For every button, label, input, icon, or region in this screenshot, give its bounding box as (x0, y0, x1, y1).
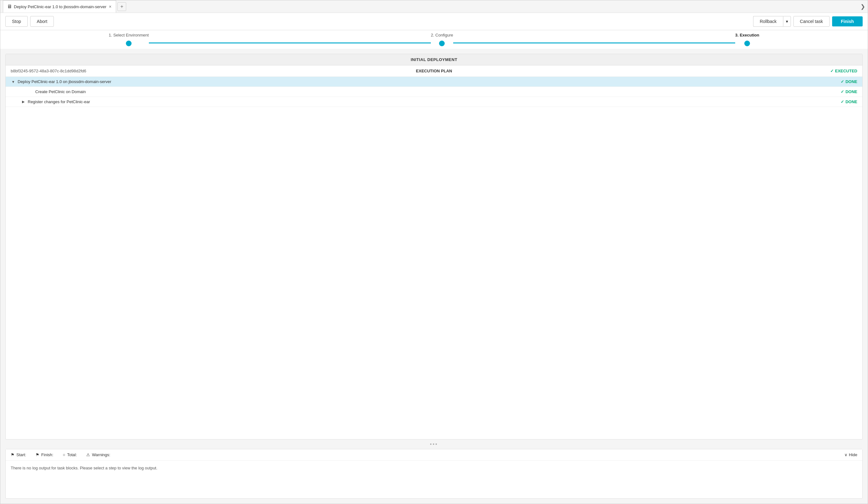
log-content: There is no log output for task blocks. … (6, 461, 862, 498)
log-section: ⚑ Start: ⚑ Finish: ○ Total: ⚠ Warnings: (6, 449, 862, 498)
main-content: INITIAL DEPLOYMENT b8bf3245-9572-48a3-80… (0, 49, 868, 504)
abort-button[interactable]: Abort (30, 16, 54, 27)
execution-plan-status: ✓ EXECUTED (575, 69, 857, 73)
row-3-status: ✓ DONE (841, 99, 857, 104)
warnings-label: Warnings: (92, 452, 110, 457)
close-tab-button[interactable]: × (108, 4, 112, 9)
finish-icon: ⚑ (35, 452, 39, 457)
content-filler (6, 107, 862, 176)
title-bar: 🖥 Deploy PetClinic-ear 1.0 to jbossdm-do… (0, 0, 868, 13)
finish-label: Finish: (41, 452, 53, 457)
start-label: Start: (17, 452, 26, 457)
log-header: ⚑ Start: ⚑ Finish: ○ Total: ⚠ Warnings: (6, 449, 862, 461)
expand-icon-1[interactable]: ▼ (11, 80, 16, 84)
execution-plan-header: b8bf3245-9572-48a3-807c-8c1dd98d2fd6 EXE… (6, 65, 862, 77)
done-text-3: DONE (845, 99, 857, 104)
start-field: ⚑ Start: (11, 452, 28, 457)
total-label: Total: (67, 452, 77, 457)
toolbar: Stop Abort Rollback ▾ Cancel task Finish (0, 13, 868, 30)
add-tab-button[interactable]: + (117, 2, 126, 11)
row-2-label: Create PetClinic on Domain (35, 90, 841, 94)
done-text-1: DONE (845, 79, 857, 84)
wizard-step-3-label: 3. Execution (735, 33, 760, 38)
warnings-icon: ⚠ (86, 452, 90, 457)
rollback-group: Rollback ▾ (753, 16, 791, 27)
wizard-step-3-dot (744, 41, 750, 46)
deployment-header: INITIAL DEPLOYMENT (6, 54, 862, 65)
ellipsis-icon: ••• (430, 441, 438, 447)
step-connector-2 (453, 42, 735, 43)
tree-row[interactable]: ▶ Register changes for PetClinic-ear ✓ D… (6, 97, 862, 107)
wizard-step-3: 3. Execution (735, 33, 760, 46)
active-tab[interactable]: 🖥 Deploy PetClinic-ear 1.0 to jbossdm-do… (3, 0, 116, 13)
wizard-step-2-label: 2. Configure (431, 33, 453, 38)
rollback-button[interactable]: Rollback (753, 16, 783, 27)
warnings-field: ⚠ Warnings: (86, 452, 112, 457)
total-field: ○ Total: (63, 452, 79, 457)
tree-row[interactable]: Create PetClinic on Domain ✓ DONE (6, 87, 862, 97)
start-icon: ⚑ (11, 452, 14, 457)
execution-plan-label: EXECUTION PLAN (293, 69, 575, 73)
rollback-dropdown-button[interactable]: ▾ (783, 16, 791, 27)
finish-field: ⚑ Finish: (35, 452, 55, 457)
done-check-icon-1: ✓ (841, 79, 844, 84)
divider-handle[interactable]: ••• (6, 440, 862, 449)
row-2-status: ✓ DONE (841, 90, 857, 94)
expand-icon-3[interactable]: ▶ (21, 100, 26, 104)
tree-row[interactable]: ▼ Deploy PetClinic-ear 1.0 on jbossdm-do… (6, 77, 862, 87)
execution-plan-id: b8bf3245-9572-48a3-807c-8c1dd98d2fd6 (11, 69, 293, 73)
wizard-step-1: 1. Select Environment (109, 33, 149, 46)
wizard-step-2-dot (439, 41, 445, 46)
tab-icon: 🖥 (7, 4, 12, 9)
stop-button[interactable]: Stop (6, 16, 28, 27)
wizard-steps: 1. Select Environment 2. Configure 3. Ex… (0, 30, 868, 49)
done-check-icon-2: ✓ (841, 90, 844, 94)
collapse-icon: ❯ (860, 3, 865, 10)
hide-label: Hide (849, 452, 857, 457)
row-1-status: ✓ DONE (841, 79, 857, 84)
done-text-2: DONE (845, 90, 857, 94)
finish-button[interactable]: Finish (832, 17, 862, 27)
chevron-down-icon: ∨ (844, 452, 848, 457)
tab-title: Deploy PetClinic-ear 1.0 to jbossdm-doma… (14, 4, 106, 9)
cancel-task-button[interactable]: Cancel task (793, 16, 830, 27)
executed-status-text: EXECUTED (835, 69, 857, 73)
step-connector-1 (149, 42, 431, 43)
log-message: There is no log output for task blocks. … (11, 466, 157, 470)
row-3-label: Register changes for PetClinic-ear (28, 99, 841, 104)
executed-check-icon: ✓ (830, 69, 834, 73)
wizard-step-1-dot (126, 41, 132, 46)
done-check-icon-3: ✓ (841, 99, 844, 104)
row-1-label: Deploy PetClinic-ear 1.0 on jbossdm-doma… (18, 79, 841, 84)
wizard-step-1-label: 1. Select Environment (109, 33, 149, 38)
hide-button[interactable]: ∨ Hide (844, 452, 857, 457)
wizard-step-2: 2. Configure (431, 33, 453, 46)
total-icon: ○ (63, 452, 65, 457)
deployment-section: INITIAL DEPLOYMENT b8bf3245-9572-48a3-80… (6, 54, 862, 440)
